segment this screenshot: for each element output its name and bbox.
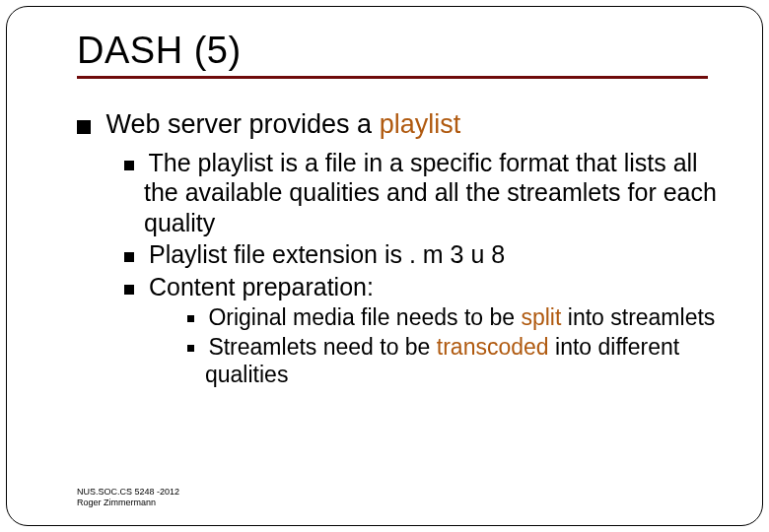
text: Playlist file extension is . m 3 u 8 [149,240,505,268]
slide-footer: NUS.SOC.CS 5248 -2012 Roger Zimmermann [77,487,179,508]
bullet-level2: Content preparation: [144,272,720,302]
bullet-level3: Streamlets need to be transcoded into di… [205,333,720,388]
slide-title: DASH (5) [77,30,720,72]
slide: DASH (5) Web server provides a playlist … [0,0,769,532]
highlight-text: split [521,304,561,330]
bullet-level2: The playlist is a file in a specific for… [144,148,720,238]
text: Content preparation: [149,273,374,300]
footer-line1: NUS.SOC.CS 5248 -2012 [77,487,179,498]
title-rule [77,76,708,79]
text: Streamlets need to be [208,334,436,360]
bullet-level3: Original media file needs to be split in… [205,303,720,331]
footer-line2: Roger Zimmermann [77,498,179,508]
bullet-level2: Playlist file extension is . m 3 u 8 [144,239,720,270]
highlight-text: playlist [380,109,461,139]
bullet-level1: Web server provides a playlist [99,108,720,142]
highlight-text: transcoded [437,334,549,360]
text: The playlist is a file in a specific for… [144,149,717,236]
slide-content: DASH (5) Web server provides a playlist … [77,30,720,390]
text: Original media file needs to be [208,304,521,330]
text: Web server provides a [106,109,380,139]
text: into streamlets [561,304,715,330]
